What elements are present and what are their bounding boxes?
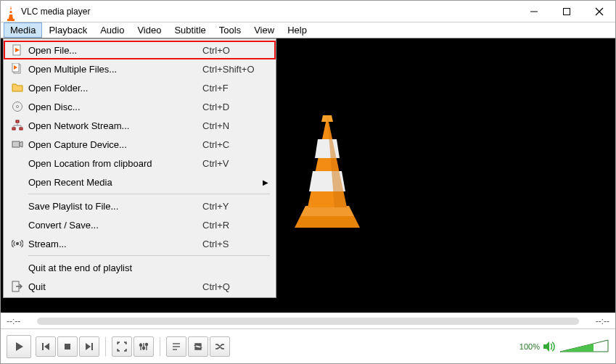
menu-audio[interactable]: Audio [94,22,131,38]
playlist-button[interactable] [166,336,186,357]
menu-subtitle[interactable]: Subtitle [168,22,212,38]
next-button[interactable] [79,336,99,357]
menu-open-recent-media[interactable]: Open Recent Media ▶ [4,173,276,191]
menu-media[interactable]: Media [4,22,42,38]
stop-button[interactable] [57,336,78,357]
menu-item-shortcut: Ctrl+V [202,158,271,169]
titlebar: VLC media player [1,1,615,22]
seek-bar: --:-- --:-- [1,313,615,328]
menu-video[interactable]: Video [131,22,168,38]
svg-marker-33 [543,342,549,352]
svg-rect-5 [563,8,570,15]
previous-button[interactable] [36,336,56,357]
minimize-button[interactable] [517,1,550,22]
menu-item-shortcut: Ctrl+Shift+O [202,64,271,75]
menu-item-shortcut: Ctrl+F [202,83,271,94]
svg-rect-44 [12,128,15,130]
menu-item-label: Convert / Save... [27,220,202,231]
menu-item-label: Open Multiple Files... [27,64,202,75]
menu-item-label: Open Network Stream... [27,120,202,131]
svg-marker-9 [295,216,360,228]
menu-item-label: Open Recent Media [27,177,202,188]
menu-convert-save[interactable]: Convert / Save... Ctrl+R [4,215,276,234]
vlc-cone-icon [5,6,17,17]
svg-marker-32 [200,347,202,348]
svg-point-27 [146,343,148,345]
menu-item-shortcut: Ctrl+C [202,139,271,150]
menu-open-disc[interactable]: Open Disc... Ctrl+D [4,97,276,116]
menu-quit[interactable]: Quit Ctrl+Q [4,277,276,296]
maximize-button[interactable] [550,1,583,22]
time-remaining: --:-- [585,316,609,326]
volume-slider[interactable] [559,339,609,355]
menu-item-shortcut: Ctrl+N [202,120,271,131]
svg-marker-0 [9,6,13,19]
menu-item-label: Open Disc... [27,102,202,112]
menu-open-network-stream[interactable]: Open Network Stream... Ctrl+N [4,116,276,135]
menu-playback[interactable]: Playback [42,22,94,38]
menu-item-label: Quit [27,281,202,292]
svg-marker-47 [20,141,22,147]
menu-tools[interactable]: Tools [213,22,247,38]
menubar: Media Playback Audio Video Subtitle Tool… [1,22,615,38]
svg-marker-12 [321,115,333,122]
menu-stream[interactable]: Stream... Ctrl+S [4,234,276,253]
menu-open-multiple-files[interactable]: Open Multiple Files... Ctrl+Shift+O [4,59,276,78]
svg-point-42 [17,106,19,108]
stream-icon [8,238,27,249]
svg-point-25 [140,344,142,346]
menu-quit-at-end[interactable]: Quit at the end of playlist [4,258,276,277]
svg-point-48 [17,243,19,245]
network-icon [8,120,27,131]
loop-button[interactable] [188,336,208,357]
menu-item-shortcut: Ctrl+S [202,239,271,249]
svg-rect-3 [9,13,13,15]
svg-rect-17 [42,343,44,350]
close-button[interactable] [583,1,615,22]
speaker-icon[interactable] [543,340,556,353]
menu-item-label: Save Playlist to File... [27,201,202,212]
disc-icon [8,101,27,112]
menu-open-location-from-clipboard[interactable]: Open Location from clipboard Ctrl+V [4,154,276,173]
menu-open-folder[interactable]: Open Folder... Ctrl+F [4,78,276,97]
menu-item-shortcut: Ctrl+R [202,220,271,231]
svg-marker-10 [300,206,354,216]
shuffle-button[interactable] [210,336,230,357]
svg-marker-31 [194,345,197,347]
window-title: VLC media player [21,7,517,17]
menu-item-label: Open Capture Device... [27,139,202,150]
svg-rect-43 [16,120,19,123]
svg-marker-13 [315,139,340,158]
submenu-arrow-icon: ▶ [263,178,268,186]
svg-rect-1 [7,19,15,21]
volume-percent: 100% [520,342,540,351]
svg-rect-45 [20,128,22,130]
menu-save-playlist[interactable]: Save Playlist to File... Ctrl+Y [4,197,276,215]
svg-rect-19 [65,344,70,349]
menu-open-file[interactable]: Open File... Ctrl+O [4,41,276,59]
menu-item-shortcut: Ctrl+Q [202,281,271,292]
file-icon [8,44,27,56]
menu-open-capture-device[interactable]: Open Capture Device... Ctrl+C [4,135,276,154]
time-elapsed: --:-- [7,316,31,326]
menu-item-label: Stream... [27,239,202,249]
menu-separator [28,194,270,194]
fullscreen-button[interactable] [112,336,132,357]
menu-separator [28,255,270,256]
menu-item-shortcut: Ctrl+Y [202,201,271,212]
menu-item-label: Quit at the end of playlist [27,262,202,273]
extended-settings-button[interactable] [134,336,154,357]
files-icon [8,63,27,75]
svg-rect-46 [12,141,20,147]
seek-track[interactable] [37,318,579,325]
media-menu-dropdown: Open File... Ctrl+O Open Multiple Files.… [3,38,276,298]
svg-marker-20 [86,343,91,350]
menu-item-shortcut: Ctrl+D [202,102,271,112]
menu-item-label: Open Folder... [27,83,202,94]
capture-icon [8,138,27,150]
separator [105,337,106,356]
menu-view[interactable]: View [247,22,281,38]
menu-help[interactable]: Help [281,22,313,38]
separator [160,337,160,356]
play-button[interactable] [7,335,31,358]
